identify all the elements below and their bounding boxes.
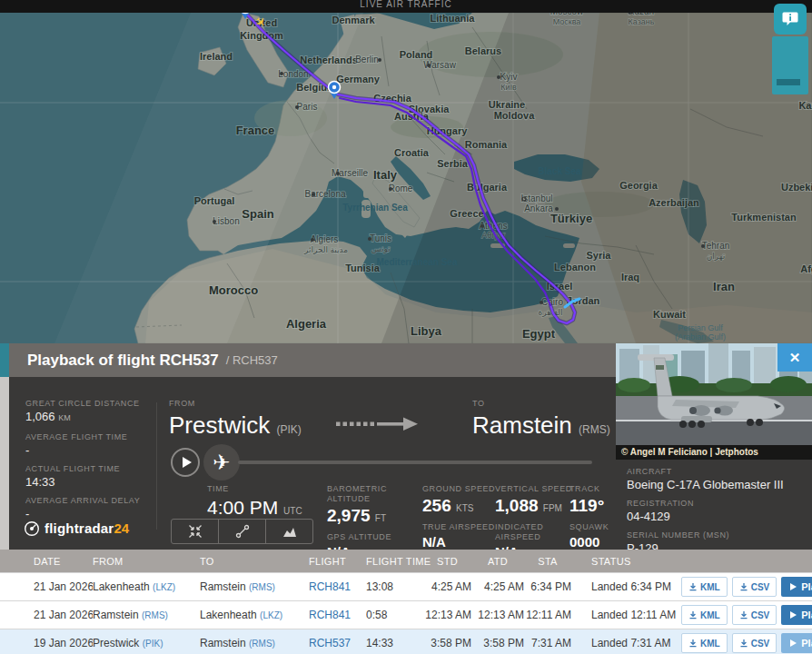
flightradar24-logo[interactable]: flightradar24 [24, 520, 129, 537]
close-button[interactable]: ✕ [777, 343, 812, 372]
compress-view-button[interactable] [172, 520, 218, 543]
map-city-dot [497, 75, 500, 79]
playback-panel: Playback of flight RCH537 / RCH537 GREAT… [9, 343, 616, 550]
row-play-button-active[interactable]: Play [781, 633, 812, 653]
photo-credit: © Angel M Feliciano | Jetphotos [616, 445, 812, 460]
route-from: FROM Prestwick (PIK) [169, 399, 302, 443]
radar-icon [24, 520, 40, 537]
map-label: Algeria [286, 317, 327, 331]
cell-status: Landed 6:34 PM [591, 580, 679, 593]
map-label: Tunisia [345, 263, 381, 273]
playback-play-button[interactable] [171, 448, 200, 477]
flight-number-link[interactable]: RCH841 [309, 609, 366, 621]
map-info-button[interactable] [774, 4, 807, 35]
map-label: Spain [242, 207, 273, 221]
map-label: Germany [336, 74, 381, 84]
time-label: TIME [207, 484, 302, 494]
map-city-dot [555, 207, 559, 211]
cell-to: Ramstein (RMS) [200, 580, 309, 593]
map-label: Belarus [465, 45, 501, 56]
map-label: Azerbaijan [649, 197, 699, 208]
map-label: Mediterranean Sea [377, 257, 458, 267]
altitude-chart-button[interactable] [265, 520, 312, 543]
cell-flight-time: 0:58 [366, 609, 423, 621]
map-label: Persian Gulf [678, 323, 723, 332]
map-city-dot [295, 105, 299, 109]
header-from: FROM [93, 556, 200, 567]
map-label: (Arabian Gulf) [675, 332, 726, 342]
map-label: Kyiv [500, 72, 518, 82]
average-arrival-delay-value: - [25, 506, 154, 521]
map-label: Москва [553, 17, 581, 26]
cell-from: Ramstein (RMS) [93, 609, 200, 621]
airport-code-link[interactable]: (LKZ) [153, 582, 175, 592]
table-row-selected[interactable]: 19 Jan 2026 Prestwick (PIK) Ramstein (RM… [0, 629, 812, 654]
airport-code-link[interactable]: (LKZ) [260, 610, 282, 620]
flight-number-link[interactable]: RCH537 [309, 637, 366, 649]
airport-code-link[interactable]: (PIK) [143, 639, 163, 649]
play-icon [790, 583, 797, 590]
download-icon [739, 639, 748, 648]
live-air-traffic-label: LIVE AIR TRAFFIC [360, 0, 451, 9]
map-label: Egypt [522, 327, 556, 341]
download-kml-button[interactable]: KML [681, 633, 728, 653]
cell-atd: 12:13 AM [471, 609, 524, 621]
cell-date: 19 Jan 2026 [34, 637, 93, 649]
cell-to: Ramstein (RMS) [200, 637, 309, 649]
header-to: TO [200, 556, 309, 567]
cell-sta: 6:34 PM [524, 580, 571, 593]
download-kml-button[interactable]: KML [681, 577, 728, 597]
average-flight-time-value: - [25, 442, 154, 458]
download-icon [688, 582, 698, 591]
flight-number-link[interactable]: RCH841 [309, 580, 366, 593]
table-row[interactable]: 21 Jan 2026 Lakenheath (LKZ) Ramstein (R… [0, 572, 812, 600]
cell-std: 4:25 AM [423, 580, 471, 593]
map-label: Uzbekistan [781, 182, 812, 193]
route-view-button[interactable] [218, 520, 265, 543]
great-circle-distance-label: GREAT CIRCLE DISTANCE [25, 399, 154, 409]
download-csv-button[interactable]: CSV [732, 605, 777, 625]
map-label: Iran [713, 280, 735, 293]
row-play-button[interactable]: Play [781, 605, 812, 625]
table-row[interactable]: 21 Jan 2026 Ramstein (RMS) Lakenheath (L… [0, 600, 812, 629]
map-label: Greece [450, 208, 483, 219]
info-bubble-icon [781, 10, 799, 28]
seek-handle-plane[interactable]: ✈ [203, 444, 240, 481]
row-play-button[interactable]: Play [781, 577, 812, 597]
aircraft-photo[interactable]: ✕ [616, 343, 812, 445]
download-csv-button[interactable]: CSV [732, 577, 777, 597]
cell-flight-time: 13:08 [366, 580, 423, 593]
from-label: FROM [169, 399, 302, 409]
map-label: Netherlands [300, 54, 358, 65]
seek-track[interactable] [238, 461, 592, 464]
airport-code-link[interactable]: (RMS) [249, 582, 275, 592]
live-air-traffic-bar: LIVE AIR TRAFFIC [0, 0, 812, 13]
cell-date: 21 Jan 2026 [34, 609, 93, 621]
cell-status: Landed 12:11 AM [591, 609, 679, 621]
airport-code-link[interactable]: (RMS) [142, 610, 168, 620]
map-label: Ireland [200, 51, 233, 62]
header-std: STD [423, 556, 471, 567]
map-label: Iraq [621, 272, 639, 282]
map-label: Ukraine [489, 99, 525, 110]
cell-std: 12:13 AM [423, 609, 471, 621]
map-city-dot [280, 72, 283, 75]
header-status: STATUS [591, 556, 679, 567]
cell-sta: 12:11 AM [524, 609, 571, 621]
map-label: Romania [465, 139, 508, 150]
map-city-dot [213, 220, 216, 223]
download-csv-button[interactable]: CSV [732, 633, 777, 653]
registration-value: 04-4129 [627, 510, 801, 524]
to-city: Ramstein (RMS) [472, 411, 610, 443]
play-icon [790, 639, 797, 647]
download-kml-button[interactable]: CSVKML [681, 605, 728, 625]
airport-code-link[interactable]: (RMS) [249, 639, 275, 649]
map-side-widget[interactable] [772, 36, 808, 94]
map-label: Algiers [311, 234, 339, 244]
map-label: Poland [400, 49, 433, 60]
play-icon [183, 457, 192, 468]
map-city-dot [378, 58, 381, 62]
map-city-dot [336, 172, 340, 175]
map-label: Lisbon [213, 216, 239, 226]
map[interactable]: UnitedKingdomIrelandDenmarkLithuaniaNeth… [0, 0, 812, 343]
